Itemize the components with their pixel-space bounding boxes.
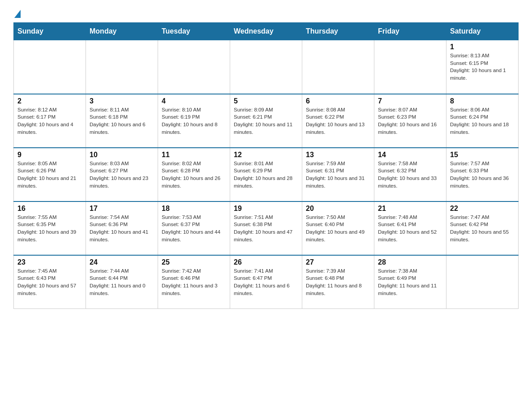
day-number: 3 [90, 97, 154, 105]
calendar-day-cell: 27Sunrise: 7:39 AMSunset: 6:48 PMDayligh… [302, 255, 374, 309]
day-info: Sunrise: 7:38 AMSunset: 6:49 PMDaylight:… [378, 267, 442, 297]
day-number: 2 [17, 97, 82, 105]
weekday-header: Monday [86, 23, 158, 40]
calendar-day-cell: 11Sunrise: 8:02 AMSunset: 6:28 PMDayligh… [158, 148, 230, 201]
calendar-day-cell: 6Sunrise: 8:08 AMSunset: 6:22 PMDaylight… [302, 94, 374, 148]
day-number: 27 [306, 258, 370, 266]
day-info: Sunrise: 8:07 AMSunset: 6:23 PMDaylight:… [378, 106, 442, 136]
calendar-day-cell [374, 40, 446, 94]
day-number: 23 [17, 258, 82, 266]
day-info: Sunrise: 7:58 AMSunset: 6:32 PMDaylight:… [378, 160, 442, 190]
calendar-day-cell: 8Sunrise: 8:06 AMSunset: 6:24 PMDaylight… [446, 94, 519, 148]
day-number: 10 [90, 151, 154, 159]
calendar-week-row: 2Sunrise: 8:12 AMSunset: 6:17 PMDaylight… [14, 94, 519, 148]
day-info: Sunrise: 8:08 AMSunset: 6:22 PMDaylight:… [306, 106, 370, 136]
day-info: Sunrise: 8:12 AMSunset: 6:17 PMDaylight:… [17, 106, 82, 136]
calendar-day-cell: 17Sunrise: 7:54 AMSunset: 6:36 PMDayligh… [86, 201, 158, 255]
calendar-day-cell: 21Sunrise: 7:48 AMSunset: 6:41 PMDayligh… [374, 201, 446, 255]
calendar-table: SundayMondayTuesdayWednesdayThursdayFrid… [13, 22, 519, 309]
day-info: Sunrise: 8:05 AMSunset: 6:26 PMDaylight:… [17, 160, 82, 190]
day-number: 17 [90, 205, 154, 213]
day-info: Sunrise: 8:10 AMSunset: 6:19 PMDaylight:… [162, 106, 226, 136]
calendar-day-cell: 16Sunrise: 7:55 AMSunset: 6:35 PMDayligh… [14, 201, 86, 255]
day-number: 8 [450, 97, 515, 105]
day-number: 26 [234, 258, 298, 266]
calendar-day-cell: 13Sunrise: 7:59 AMSunset: 6:31 PMDayligh… [302, 148, 374, 201]
calendar-week-row: 1Sunrise: 8:13 AMSunset: 6:15 PMDaylight… [14, 40, 519, 94]
day-number: 7 [378, 97, 442, 105]
day-number: 15 [450, 151, 515, 159]
day-info: Sunrise: 8:11 AMSunset: 6:18 PMDaylight:… [90, 106, 154, 136]
day-number: 18 [162, 205, 226, 213]
calendar-day-cell: 12Sunrise: 8:01 AMSunset: 6:29 PMDayligh… [230, 148, 302, 201]
day-info: Sunrise: 7:42 AMSunset: 6:46 PMDaylight:… [162, 267, 226, 297]
calendar-day-cell: 23Sunrise: 7:45 AMSunset: 6:43 PMDayligh… [14, 255, 86, 309]
calendar-day-cell [302, 40, 374, 94]
day-number: 9 [17, 151, 82, 159]
day-info: Sunrise: 8:13 AMSunset: 6:15 PMDaylight:… [450, 52, 515, 82]
day-info: Sunrise: 7:59 AMSunset: 6:31 PMDaylight:… [306, 160, 370, 190]
day-info: Sunrise: 7:57 AMSunset: 6:33 PMDaylight:… [450, 160, 515, 190]
day-number: 13 [306, 151, 370, 159]
day-number: 14 [378, 151, 442, 159]
calendar-day-cell: 5Sunrise: 8:09 AMSunset: 6:21 PMDaylight… [230, 94, 302, 148]
logo-triangle-icon [14, 10, 21, 18]
calendar-day-cell: 22Sunrise: 7:47 AMSunset: 6:42 PMDayligh… [446, 201, 519, 255]
calendar-day-cell: 10Sunrise: 8:03 AMSunset: 6:27 PMDayligh… [86, 148, 158, 201]
calendar-day-cell: 7Sunrise: 8:07 AMSunset: 6:23 PMDaylight… [374, 94, 446, 148]
day-number: 25 [162, 258, 226, 266]
calendar-day-cell: 15Sunrise: 7:57 AMSunset: 6:33 PMDayligh… [446, 148, 519, 201]
day-info: Sunrise: 7:54 AMSunset: 6:36 PMDaylight:… [90, 214, 154, 244]
calendar-day-cell: 25Sunrise: 7:42 AMSunset: 6:46 PMDayligh… [158, 255, 230, 309]
page-header [13, 9, 519, 18]
day-number: 4 [162, 97, 226, 105]
day-number: 21 [378, 205, 442, 213]
calendar-day-cell: 20Sunrise: 7:50 AMSunset: 6:40 PMDayligh… [302, 201, 374, 255]
weekday-header: Tuesday [158, 23, 230, 40]
calendar-day-cell: 28Sunrise: 7:38 AMSunset: 6:49 PMDayligh… [374, 255, 446, 309]
day-info: Sunrise: 8:03 AMSunset: 6:27 PMDaylight:… [90, 160, 154, 190]
day-number: 16 [17, 205, 82, 213]
calendar-day-cell: 4Sunrise: 8:10 AMSunset: 6:19 PMDaylight… [158, 94, 230, 148]
day-info: Sunrise: 8:09 AMSunset: 6:21 PMDaylight:… [234, 106, 298, 136]
day-number: 1 [450, 43, 515, 51]
day-info: Sunrise: 7:39 AMSunset: 6:48 PMDaylight:… [306, 267, 370, 297]
calendar-week-row: 16Sunrise: 7:55 AMSunset: 6:35 PMDayligh… [14, 201, 519, 255]
calendar-week-row: 9Sunrise: 8:05 AMSunset: 6:26 PMDaylight… [14, 148, 519, 201]
calendar-day-cell [446, 255, 519, 309]
day-number: 19 [234, 205, 298, 213]
day-number: 22 [450, 205, 515, 213]
calendar-day-cell: 26Sunrise: 7:41 AMSunset: 6:47 PMDayligh… [230, 255, 302, 309]
calendar-day-cell: 14Sunrise: 7:58 AMSunset: 6:32 PMDayligh… [374, 148, 446, 201]
day-info: Sunrise: 7:50 AMSunset: 6:40 PMDaylight:… [306, 214, 370, 244]
calendar-day-cell [158, 40, 230, 94]
calendar-day-cell [86, 40, 158, 94]
calendar-day-cell: 1Sunrise: 8:13 AMSunset: 6:15 PMDaylight… [446, 40, 519, 94]
weekday-header: Thursday [302, 23, 374, 40]
day-number: 28 [378, 258, 442, 266]
day-info: Sunrise: 7:53 AMSunset: 6:37 PMDaylight:… [162, 214, 226, 244]
day-info: Sunrise: 8:06 AMSunset: 6:24 PMDaylight:… [450, 106, 515, 136]
logo [13, 9, 21, 18]
weekday-header: Friday [374, 23, 446, 40]
weekday-header-row: SundayMondayTuesdayWednesdayThursdayFrid… [14, 23, 519, 40]
weekday-header: Saturday [446, 23, 519, 40]
day-number: 24 [90, 258, 154, 266]
day-number: 12 [234, 151, 298, 159]
day-number: 11 [162, 151, 226, 159]
calendar-day-cell [14, 40, 86, 94]
day-number: 20 [306, 205, 370, 213]
calendar-week-row: 23Sunrise: 7:45 AMSunset: 6:43 PMDayligh… [14, 255, 519, 309]
day-info: Sunrise: 7:44 AMSunset: 6:44 PMDaylight:… [90, 267, 154, 297]
calendar-day-cell: 24Sunrise: 7:44 AMSunset: 6:44 PMDayligh… [86, 255, 158, 309]
day-info: Sunrise: 8:01 AMSunset: 6:29 PMDaylight:… [234, 160, 298, 190]
calendar-day-cell: 18Sunrise: 7:53 AMSunset: 6:37 PMDayligh… [158, 201, 230, 255]
day-info: Sunrise: 7:45 AMSunset: 6:43 PMDaylight:… [17, 267, 82, 297]
day-info: Sunrise: 8:02 AMSunset: 6:28 PMDaylight:… [162, 160, 226, 190]
calendar-day-cell [230, 40, 302, 94]
calendar-day-cell: 2Sunrise: 8:12 AMSunset: 6:17 PMDaylight… [14, 94, 86, 148]
weekday-header: Sunday [14, 23, 86, 40]
day-info: Sunrise: 7:55 AMSunset: 6:35 PMDaylight:… [17, 214, 82, 244]
calendar-day-cell: 19Sunrise: 7:51 AMSunset: 6:38 PMDayligh… [230, 201, 302, 255]
day-info: Sunrise: 7:47 AMSunset: 6:42 PMDaylight:… [450, 214, 515, 244]
